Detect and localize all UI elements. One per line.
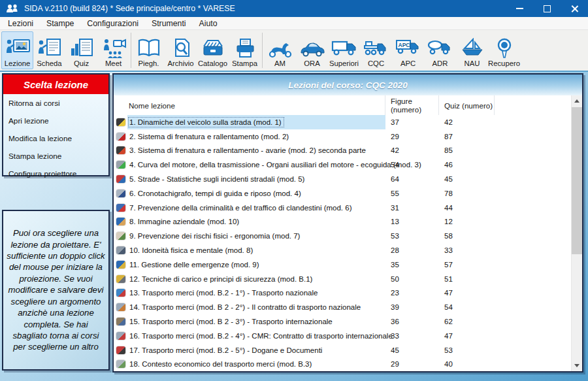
scrollbar-thumb[interactable]: [572, 107, 582, 254]
table-row[interactable]: 6. Cronotachigrafo, tempi di guida e rip…: [114, 186, 571, 201]
lesson-name-cell: 6. Cronotachigrafo, tempi di guida e rip…: [127, 186, 385, 201]
toolbar-button-am[interactable]: AM: [264, 31, 296, 69]
column-header-figure[interactable]: Figure (numero): [385, 95, 439, 115]
row-icon-cell: [114, 357, 127, 371]
lesson-name: 2. Sistema di frenatura e rallentamento …: [129, 132, 291, 141]
lesson-name: 15. Trasporto merci (mod. B 2 - 3°) - Tr…: [129, 317, 335, 326]
minimize-button[interactable]: [506, 0, 533, 17]
lesson-name: 10. Idoneità fisica e mentale (mod. 8): [129, 246, 255, 255]
toolbar-button-meet[interactable]: Meet: [97, 31, 129, 69]
table-row[interactable]: 15. Trasporto merci (mod. B 2 - 3°) - Tr…: [114, 314, 571, 329]
table-row[interactable]: 2. Sistema di frenatura e rallentamento …: [114, 129, 571, 144]
figure-count: 28: [385, 243, 439, 257]
lesson-name-cell: 14. Trasporto merci (mod. B 2 - 2°) - Il…: [127, 300, 385, 314]
toolbar-button-apc[interactable]: APC APC: [392, 31, 424, 69]
figure-count: 33: [385, 329, 439, 343]
row-filler: [495, 215, 571, 229]
table-row[interactable]: 7. Prevenzione della criminalità e del t…: [114, 201, 571, 215]
toolbar-button-adr[interactable]: ADR: [424, 31, 456, 69]
sidebar-item-modifica-la-lezione[interactable]: Modifica la lezione: [3, 129, 108, 147]
lesson-name-cell: 18. Contesto economico del trasporto mer…: [127, 357, 385, 371]
scroll-up-button[interactable]: [572, 95, 582, 107]
row-icon-cell: [114, 115, 127, 129]
table-row[interactable]: 18. Contesto economico del trasporto mer…: [114, 357, 571, 371]
quiz-count: 47: [439, 329, 495, 343]
toolbar-button-superiori[interactable]: Superiori: [328, 31, 360, 69]
sidebar-item-apri-lezione[interactable]: Apri lezione: [3, 112, 108, 129]
row-icon-cell: [114, 286, 127, 301]
sida-window: SIDA v.2110 (build 824) * Sede principal…: [0, 0, 588, 381]
quiz-count: 62: [439, 314, 495, 329]
table-row[interactable]: 12. Tecniche di carico e principi di sic…: [114, 272, 571, 286]
lesson-name-cell: 2. Sistema di frenatura e rallentamento …: [127, 129, 385, 144]
toolbar-label: Stampa: [232, 59, 257, 68]
table-row[interactable]: 17. Trasporto merci (mod. B.2 - 5°) - Do…: [114, 343, 571, 357]
menu-stampe[interactable]: Stampe: [40, 17, 80, 29]
table-row[interactable]: 16. Trasporto merci (mod. B.2 - 4°) - CM…: [114, 329, 571, 343]
toolbar-button-cqc[interactable]: CQC: [360, 31, 392, 69]
vertical-scrollbar[interactable]: [571, 95, 582, 371]
table-row[interactable]: 3. Sistema di frenatura e rallentamento …: [114, 144, 571, 158]
row-icon-cell: [114, 157, 127, 172]
lesson-table-body: 1. Dinamiche del veicolo sulla strada (m…: [114, 115, 571, 371]
table-row[interactable]: 13. Trasporto merci (mod. B.2 - 1°) - Tr…: [114, 286, 571, 301]
menu-lezioni[interactable]: Lezioni: [1, 17, 40, 29]
table-row[interactable]: 9. Prevenzione dei rischi fisici - ergon…: [114, 229, 571, 243]
table-row[interactable]: 4. Curva del motore, della trasmissione …: [114, 157, 571, 172]
table-row[interactable]: 8. Immagine aziendale (mod. 10)1312: [114, 215, 571, 229]
lesson-name: 9. Prevenzione dei rischi fisici - ergon…: [129, 231, 302, 240]
toolbar-label: Superiori: [329, 59, 359, 68]
toolbar-separator: [262, 33, 263, 68]
row-filler: [495, 115, 571, 129]
chevron-down-icon: [574, 364, 580, 367]
lesson-choice-panel: Scelta lezione Ritorna ai corsi Apri lez…: [2, 73, 110, 176]
close-button[interactable]: [561, 0, 588, 17]
quiz-count: 42: [439, 115, 495, 129]
lesson-name: 6. Cronotachigrafo, tempi di guida e rip…: [129, 189, 303, 198]
table-row[interactable]: 10. Idoneità fisica e mentale (mod. 8)28…: [114, 243, 571, 257]
row-filler: [495, 157, 571, 172]
figure-count: 45: [385, 343, 439, 357]
table-row[interactable]: 11. Gestione delle emergenze (mod. 9)355…: [114, 257, 571, 272]
quiz-count: 54: [439, 300, 495, 314]
menu-strumenti[interactable]: Strumenti: [145, 17, 193, 29]
toolbar-button-lezione[interactable]: Lezione: [1, 31, 33, 69]
toolbar-button-scheda[interactable]: Scheda: [33, 31, 65, 69]
column-header-quiz[interactable]: Quiz (numero): [439, 95, 495, 115]
toolbar-button-catalogo[interactable]: Catalogo: [197, 31, 229, 69]
toolbar-label: AM: [274, 59, 286, 68]
row-filler: [495, 272, 571, 286]
toolbar-button-nau[interactable]: NAU: [456, 31, 488, 69]
catalog-drawer-icon: [200, 38, 226, 59]
sidebar-item-stampa-lezione[interactable]: Stampa lezione: [3, 147, 108, 165]
scroll-down-button[interactable]: [572, 360, 582, 371]
table-row[interactable]: 14. Trasporto merci (mod. B 2 - 2°) - Il…: [114, 300, 571, 314]
figure-count: 42: [385, 144, 439, 158]
table-row[interactable]: 1. Dinamiche del veicolo sulla strada (m…: [114, 115, 571, 129]
toolbar-button-archivio[interactable]: Archivio: [165, 31, 197, 69]
quiz-count: 87: [439, 129, 495, 144]
menu-configurazioni[interactable]: Configurazioni: [80, 17, 145, 29]
toolbar-label: Recupero: [488, 59, 520, 68]
content-area: Scelta lezione Ritorna ai corsi Apri lez…: [0, 71, 588, 381]
toolbar-button-piegh[interactable]: Piegh.: [133, 31, 165, 69]
course-header: Lezioni del corso: CQC 2020: [114, 75, 582, 95]
toolbar-button-ora[interactable]: ORA: [296, 31, 328, 69]
table-row[interactable]: 5. Strade - Statistiche sugli incidenti …: [114, 172, 571, 186]
maximize-button[interactable]: [533, 0, 561, 17]
column-header-nome-lezione[interactable]: Nome lezione: [127, 95, 385, 115]
row-icon-cell: [114, 243, 127, 257]
toolbar: Lezione Scheda Quiz: [0, 29, 588, 71]
figure-count: 37: [385, 115, 439, 129]
close-icon: [571, 5, 578, 12]
sidebar-item-ritorna-ai-corsi[interactable]: Ritorna ai corsi: [3, 94, 108, 112]
toolbar-button-stampa[interactable]: Stampa: [229, 31, 261, 69]
row-filler: [495, 186, 571, 201]
figure-count: 29: [385, 129, 439, 144]
toolbar-button-recupero[interactable]: Recupero: [488, 31, 520, 69]
quiz-count: 45: [439, 172, 495, 186]
sidebar-item-configura-proiettore[interactable]: Configura proiettore: [3, 165, 108, 182]
menu-aiuto[interactable]: Aiuto: [193, 17, 224, 29]
toolbar-label: Piegh.: [138, 59, 159, 68]
toolbar-button-quiz[interactable]: Quiz: [65, 31, 97, 69]
